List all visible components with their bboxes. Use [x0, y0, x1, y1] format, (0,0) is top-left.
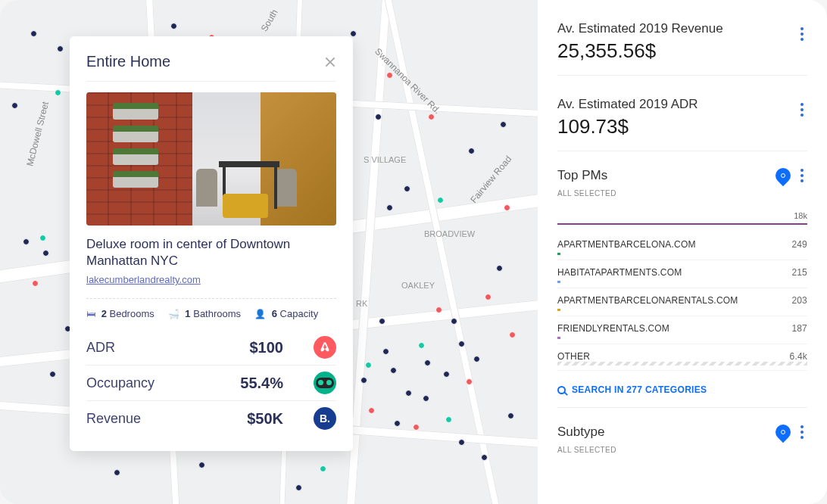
metric-label: Occupancy: [86, 375, 215, 391]
map-marker[interactable]: [382, 348, 389, 355]
map-marker[interactable]: [114, 469, 120, 476]
map-marker[interactable]: [198, 462, 205, 468]
menu-icon[interactable]: [797, 425, 807, 439]
map-marker[interactable]: [23, 238, 30, 245]
map-marker[interactable]: [30, 30, 37, 37]
pm-row[interactable]: APARTMENTBARCELONARENTALS.COM 203: [557, 288, 807, 316]
map-marker[interactable]: [509, 331, 516, 338]
map-marker[interactable]: [413, 424, 420, 431]
map-marker[interactable]: [365, 362, 372, 369]
map-marker[interactable]: [404, 185, 410, 192]
pm-row[interactable]: APARTMENTBARCELONA.COM 249: [557, 232, 807, 260]
menu-icon[interactable]: [797, 169, 807, 182]
subtype-block: Subtype ALL SELECTED: [557, 408, 807, 471]
map-marker[interactable]: [42, 250, 49, 257]
pm-count: 187: [791, 323, 807, 334]
map-marker[interactable]: [437, 197, 444, 204]
map-marker[interactable]: [394, 420, 401, 427]
capacity: 👤 6 Capacity: [254, 308, 318, 319]
listing-link[interactable]: lakecumberlandrealty.com: [86, 274, 201, 285]
map-marker[interactable]: [451, 318, 457, 325]
search-categories-link[interactable]: SEARCH IN 277 CATEGORIES: [557, 384, 807, 395]
pm-bar: [557, 309, 560, 311]
map-marker[interactable]: [481, 454, 488, 461]
map-marker[interactable]: [320, 465, 326, 472]
map-marker[interactable]: [405, 390, 412, 397]
map-marker[interactable]: [39, 235, 46, 241]
map-marker[interactable]: [473, 356, 480, 362]
pm-bar: [557, 337, 560, 339]
pm-count: 6.4k: [790, 351, 807, 362]
map-marker[interactable]: [435, 306, 442, 313]
pm-row[interactable]: HABITATAPARTMENTS.COM 215: [557, 260, 807, 288]
person-icon: 👤: [254, 309, 266, 319]
pm-name: OTHER: [557, 351, 590, 362]
pm-count: 215: [791, 267, 807, 278]
top-pms-block: Top PMs ALL SELECTED 18k APARTMENTBARCEL…: [557, 151, 807, 408]
map-marker[interactable]: [360, 377, 367, 384]
bath-icon: 🛁: [168, 309, 179, 319]
all-selected-label: ALL SELECTED: [557, 446, 807, 454]
pm-count: 203: [791, 295, 807, 306]
stat-label: Av. Estimated 2019 Revenue: [557, 21, 807, 36]
map-label: Fairview Road: [468, 154, 513, 205]
pm-name: APARTMENTBARCELONARENTALS.COM: [557, 295, 738, 306]
map-marker[interactable]: [49, 371, 56, 378]
close-icon[interactable]: [324, 56, 336, 68]
map-marker[interactable]: [443, 371, 450, 378]
map-marker[interactable]: [57, 45, 64, 52]
map-marker[interactable]: [32, 280, 39, 287]
map-marker[interactable]: [496, 265, 503, 272]
map-marker[interactable]: [386, 72, 393, 79]
menu-icon[interactable]: [797, 27, 807, 41]
bedrooms: 🛏 2 Bedrooms: [86, 308, 154, 319]
map-marker[interactable]: [170, 23, 177, 30]
map-marker[interactable]: [368, 407, 375, 414]
metric-value: 55.4%: [215, 375, 283, 392]
map-label: McDowell Street: [24, 101, 51, 167]
metric-value: $100: [215, 339, 283, 356]
map-marker[interactable]: [418, 342, 425, 349]
menu-icon[interactable]: [797, 103, 807, 117]
card-title: Entire Home: [86, 53, 170, 70]
map-marker[interactable]: [375, 114, 382, 120]
map-marker[interactable]: [458, 341, 465, 347]
metric-occupancy: Occupancy 55.4%: [86, 366, 336, 401]
map-label: RK: [356, 299, 367, 308]
map-marker[interactable]: [295, 484, 302, 491]
bed-icon: 🛏: [86, 309, 95, 319]
map-marker[interactable]: [390, 367, 397, 374]
stat-label: Av. Estimated 2019 ADR: [557, 97, 807, 112]
map-marker[interactable]: [350, 30, 357, 37]
map-marker[interactable]: [504, 204, 510, 211]
airbnb-icon: [314, 336, 336, 359]
map-label: South: [259, 8, 280, 33]
map-marker[interactable]: [468, 148, 475, 154]
droplet-icon[interactable]: [772, 165, 794, 186]
map-marker[interactable]: [11, 102, 18, 109]
map-marker[interactable]: [500, 121, 507, 128]
pm-count: 249: [791, 239, 807, 250]
pm-row[interactable]: FRIENDLYRENTALS.COM 187: [557, 316, 807, 344]
map-marker[interactable]: [55, 89, 61, 96]
pms-title: Top PMs: [557, 168, 607, 183]
listing-card: Entire Home Deluxe room in center of Dow…: [70, 36, 353, 451]
map-marker[interactable]: [379, 318, 385, 325]
tripadvisor-icon: [314, 372, 336, 394]
map-marker[interactable]: [507, 412, 514, 419]
map-marker[interactable]: [386, 204, 393, 211]
subtype-title: Subtype: [557, 425, 604, 440]
map-marker[interactable]: [423, 395, 429, 402]
metric-value: $50K: [215, 410, 283, 428]
map-marker[interactable]: [424, 359, 431, 366]
map-marker[interactable]: [485, 294, 492, 300]
metric-adr: ADR $100: [86, 330, 336, 366]
pm-total-bar: [557, 223, 807, 225]
map-marker[interactable]: [445, 416, 452, 423]
map-label: BROADVIEW: [424, 229, 475, 238]
droplet-icon[interactable]: [772, 422, 794, 443]
map-marker[interactable]: [466, 378, 473, 385]
bathrooms: 🛁 1 Bathrooms: [168, 308, 241, 319]
map-marker[interactable]: [458, 439, 465, 446]
map-marker[interactable]: [428, 114, 435, 120]
